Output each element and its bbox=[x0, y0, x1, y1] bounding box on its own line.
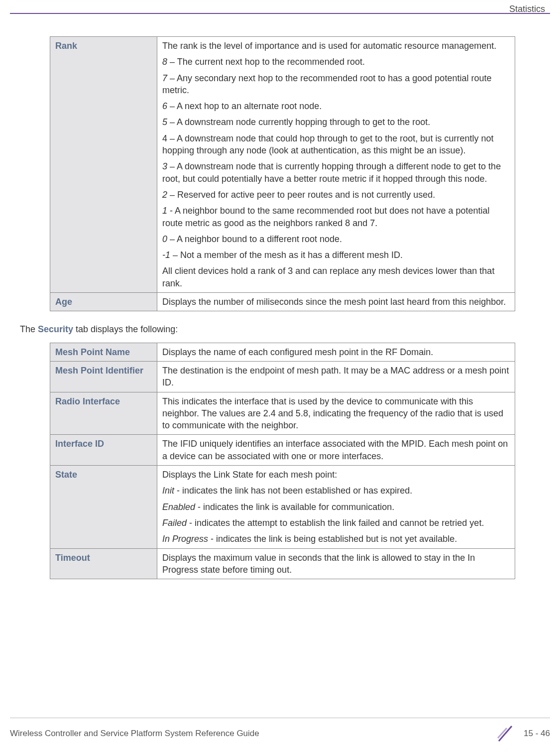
header-rule bbox=[10, 0, 550, 14]
desc-line: 2 – Reserved for active peer to peer rou… bbox=[162, 189, 510, 201]
footer-guide: Wireless Controller and Service Platform… bbox=[10, 728, 259, 740]
desc-text: – Any secondary next hop to the recommen… bbox=[162, 73, 491, 95]
row-description: Displays the maximum value in seconds th… bbox=[157, 548, 515, 579]
desc-line: Displays the maximum value in seconds th… bbox=[162, 552, 510, 576]
lead-term: 0 bbox=[162, 234, 167, 244]
lead-term: 6 bbox=[162, 101, 167, 111]
row-label: Interface ID bbox=[50, 435, 157, 466]
svg-line-0 bbox=[499, 726, 512, 741]
intro-bold: Security bbox=[38, 324, 73, 334]
table-rank-age: RankThe rank is the level of importance … bbox=[50, 36, 515, 311]
desc-text: - A neighbor bound to the same recommend… bbox=[162, 206, 489, 228]
desc-line: Enabled - indicates the link is availabl… bbox=[162, 501, 510, 513]
intro-post: tab displays the following: bbox=[73, 324, 178, 334]
desc-text: - indicates the link has not been establ… bbox=[174, 486, 412, 496]
row-label: Timeout bbox=[50, 548, 157, 579]
desc-text: - indicates the attempt to establish the… bbox=[187, 518, 484, 528]
desc-text: Displays the number of miliseconds since… bbox=[162, 297, 506, 307]
desc-line: 8 – The current next hop to the recommen… bbox=[162, 56, 510, 68]
row-label: Age bbox=[50, 293, 157, 311]
lead-term: 2 bbox=[162, 190, 167, 200]
desc-text: The IFID uniquely identifies an interfac… bbox=[162, 439, 508, 461]
section-label: Statistics bbox=[509, 3, 545, 15]
row-label: State bbox=[50, 466, 157, 548]
desc-line: The destination is the endpoint of mesh … bbox=[162, 365, 510, 389]
page-footer: Wireless Controller and Service Platform… bbox=[10, 718, 550, 744]
table-security: Mesh Point NameDisplays the name of each… bbox=[50, 343, 515, 579]
desc-text: - indicates the link is available for co… bbox=[195, 502, 394, 512]
row-description: Displays the Link State for each mesh po… bbox=[157, 466, 515, 548]
table-row: Mesh Point IdentifierThe destination is … bbox=[50, 361, 515, 392]
row-label: Radio Interface bbox=[50, 392, 157, 435]
desc-line: The rank is the level of importance and … bbox=[162, 40, 510, 52]
footer-page-group: 15 - 46 bbox=[495, 723, 550, 744]
desc-text: Displays the maximum value in seconds th… bbox=[162, 553, 475, 575]
desc-line: Displays the Link State for each mesh po… bbox=[162, 469, 510, 481]
desc-line: 7 – Any secondary next hop to the recomm… bbox=[162, 72, 510, 97]
desc-line: Failed - indicates the attempt to establ… bbox=[162, 517, 510, 529]
row-description: The destination is the endpoint of mesh … bbox=[157, 361, 515, 392]
security-intro: The Security tab displays the following: bbox=[20, 323, 515, 335]
desc-text: This indicates the interface that is use… bbox=[162, 396, 503, 431]
desc-line: All client devices hold a rank of 3 and … bbox=[162, 265, 510, 289]
slash-icon bbox=[495, 723, 516, 744]
row-label: Rank bbox=[50, 37, 157, 293]
row-description: The rank is the level of importance and … bbox=[157, 37, 515, 293]
lead-term: 3 bbox=[162, 161, 167, 171]
desc-text: – A next hop to an alternate root node. bbox=[167, 101, 322, 111]
intro-pre: The bbox=[20, 324, 38, 334]
lead-term: Failed bbox=[162, 518, 187, 528]
lead-term: 7 bbox=[162, 73, 167, 83]
desc-line: 3 – A downstream node that is currently … bbox=[162, 160, 510, 185]
desc-text: Displays the name of each configured mes… bbox=[162, 347, 433, 357]
desc-text: The destination is the endpoint of mesh … bbox=[162, 366, 509, 387]
desc-text: – A downstream node currently hopping th… bbox=[167, 117, 430, 127]
desc-text: – Not a member of the mesh as it has a d… bbox=[170, 250, 403, 260]
desc-line: Displays the name of each configured mes… bbox=[162, 346, 510, 358]
lead-term: -1 bbox=[162, 250, 170, 260]
row-label: Mesh Point Identifier bbox=[50, 361, 157, 392]
desc-text: – A neighbor bound to a different root n… bbox=[167, 234, 342, 244]
desc-text: – Reserved for active peer to peer route… bbox=[167, 190, 435, 200]
row-label: Mesh Point Name bbox=[50, 343, 157, 361]
desc-line: 0 – A neighbor bound to a different root… bbox=[162, 233, 510, 245]
lead-term: Init bbox=[162, 486, 174, 496]
table-row: Radio InterfaceThis indicates the interf… bbox=[50, 392, 515, 435]
desc-text: The rank is the level of importance and … bbox=[162, 41, 496, 51]
desc-line: Displays the number of miliseconds since… bbox=[162, 296, 510, 308]
desc-text: – The current next hop to the recommende… bbox=[167, 57, 365, 67]
page-content: RankThe rank is the level of importance … bbox=[0, 14, 560, 579]
table-row: StateDisplays the Link State for each me… bbox=[50, 466, 515, 548]
desc-text: – A downstream node that is currently ho… bbox=[162, 161, 501, 183]
desc-line: This indicates the interface that is use… bbox=[162, 395, 510, 432]
desc-line: In Progress - indicates the link is bein… bbox=[162, 533, 510, 545]
row-description: Displays the number of miliseconds since… bbox=[157, 293, 515, 311]
desc-text: - indicates the link is being establishe… bbox=[208, 534, 457, 544]
desc-line: 6 – A next hop to an alternate root node… bbox=[162, 100, 510, 112]
lead-term: In Progress bbox=[162, 534, 208, 544]
desc-line: 1 - A neighbor bound to the same recomme… bbox=[162, 205, 510, 229]
row-description: Displays the name of each configured mes… bbox=[157, 343, 515, 361]
footer-page: 15 - 46 bbox=[524, 728, 550, 740]
desc-text: 4 – A downstream node that could hop thr… bbox=[162, 133, 493, 155]
desc-text: Displays the Link State for each mesh po… bbox=[162, 470, 337, 480]
table-row: Interface IDThe IFID uniquely identifies… bbox=[50, 435, 515, 466]
desc-line: 5 – A downstream node currently hopping … bbox=[162, 116, 510, 128]
table-row: RankThe rank is the level of importance … bbox=[50, 37, 515, 293]
table-row: Mesh Point NameDisplays the name of each… bbox=[50, 343, 515, 361]
lead-term: 5 bbox=[162, 117, 167, 127]
table-row: AgeDisplays the number of miliseconds si… bbox=[50, 293, 515, 311]
lead-term: 8 bbox=[162, 57, 167, 67]
row-description: This indicates the interface that is use… bbox=[157, 392, 515, 435]
desc-line: Init - indicates the link has not been e… bbox=[162, 485, 510, 497]
desc-text: All client devices hold a rank of 3 and … bbox=[162, 266, 494, 288]
lead-term: Enabled bbox=[162, 502, 195, 512]
desc-line: -1 – Not a member of the mesh as it has … bbox=[162, 249, 510, 261]
row-description: The IFID uniquely identifies an interfac… bbox=[157, 435, 515, 466]
desc-line: 4 – A downstream node that could hop thr… bbox=[162, 132, 510, 157]
desc-line: The IFID uniquely identifies an interfac… bbox=[162, 438, 510, 462]
table-row: TimeoutDisplays the maximum value in sec… bbox=[50, 548, 515, 579]
lead-term: 1 bbox=[162, 206, 167, 216]
